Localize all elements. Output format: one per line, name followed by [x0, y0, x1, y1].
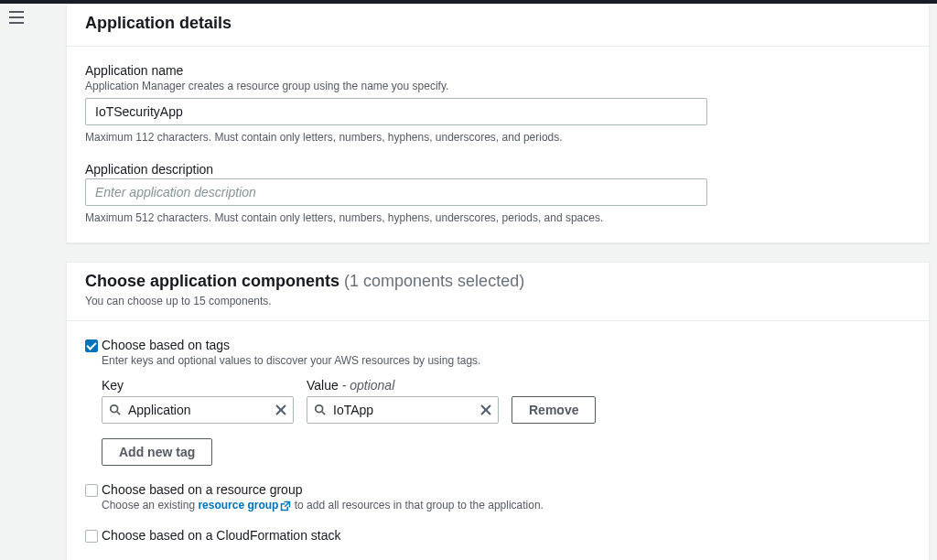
tags-checkbox-label: Choose based on tags: [102, 338, 230, 352]
tag-value-label: Value - optional: [307, 378, 499, 393]
tag-key-input[interactable]: [102, 396, 294, 424]
components-title-text: Choose application components: [85, 272, 339, 290]
application-description-constraint: Maximum 512 characters. Must contain onl…: [85, 211, 910, 224]
remove-tag-button[interactable]: Remove: [512, 396, 596, 424]
choose-components-card: Choose application components (1 compone…: [66, 262, 930, 560]
resource-group-help-suffix: to add all resources in that group to th…: [291, 499, 544, 512]
tags-option: Choose based on tags Enter keys and opti…: [85, 338, 910, 466]
application-name-group: Application name Application Manager cre…: [85, 63, 910, 144]
tags-checkbox[interactable]: [85, 339, 98, 352]
card-title: Application details: [85, 14, 910, 33]
clear-icon[interactable]: [480, 404, 491, 415]
card-header: Choose application components (1 compone…: [67, 263, 929, 321]
hamburger-menu-button[interactable]: [9, 11, 24, 24]
card-body: Application name Application Manager cre…: [67, 47, 929, 242]
tag-key-input-wrap: [102, 396, 294, 424]
tags-help: Enter keys and optional values to discov…: [102, 354, 910, 367]
resource-group-option: Choose based on a resource group Choose …: [85, 482, 910, 512]
resource-group-link[interactable]: resource group: [198, 499, 291, 512]
card-header: Application details: [67, 5, 929, 47]
application-description-label: Application description: [85, 162, 910, 177]
components-selected-count: (1 components selected): [344, 272, 524, 290]
clear-icon[interactable]: [275, 404, 286, 415]
resource-group-checkbox-label: Choose based on a resource group: [102, 482, 302, 497]
application-description-group: Application description Maximum 512 char…: [85, 162, 910, 224]
card-title: Choose application components (1 compone…: [85, 272, 910, 291]
tag-key-label: Key: [102, 378, 294, 393]
cfn-checkbox-row: Choose based on a CloudFormation stack: [85, 528, 910, 543]
resource-group-help-prefix: Choose an existing: [102, 499, 198, 512]
application-name-input[interactable]: [85, 98, 707, 125]
resource-group-help: Choose an existing resource group to add…: [102, 499, 910, 512]
tag-section: Key: [102, 378, 910, 466]
resource-group-checkbox-row: Choose based on a resource group: [85, 482, 910, 497]
components-subtitle: You can choose up to 15 components.: [85, 295, 910, 307]
card-body: Choose based on tags Enter keys and opti…: [67, 321, 929, 560]
cfn-checkbox-label: Choose based on a CloudFormation stack: [102, 528, 340, 543]
resource-group-checkbox[interactable]: [85, 484, 98, 497]
hamburger-icon: [9, 11, 24, 24]
tag-row: Key: [102, 378, 910, 424]
tag-value-input[interactable]: [307, 396, 499, 424]
application-name-label: Application name: [85, 63, 910, 78]
tags-checkbox-row: Choose based on tags: [85, 338, 910, 352]
tag-value-column: Value - optional: [307, 378, 499, 424]
application-description-input[interactable]: [85, 178, 707, 206]
cfn-option: Choose based on a CloudFormation stack: [85, 528, 910, 543]
application-name-constraint: Maximum 112 characters. Must contain onl…: [85, 131, 910, 144]
tag-key-column: Key: [102, 378, 294, 424]
application-details-card: Application details Application name App…: [66, 4, 930, 243]
external-link-icon: [280, 501, 291, 512]
application-name-help: Application Manager creates a resource g…: [85, 80, 910, 92]
add-new-tag-button[interactable]: Add new tag: [102, 438, 212, 466]
main-content: Application details Application name App…: [37, 4, 937, 560]
tag-value-optional: - optional: [339, 378, 394, 393]
tag-value-input-wrap: [307, 396, 499, 424]
tag-remove-column: Remove: [512, 378, 596, 424]
tag-value-label-text: Value: [307, 378, 339, 393]
cfn-checkbox[interactable]: [85, 530, 98, 543]
